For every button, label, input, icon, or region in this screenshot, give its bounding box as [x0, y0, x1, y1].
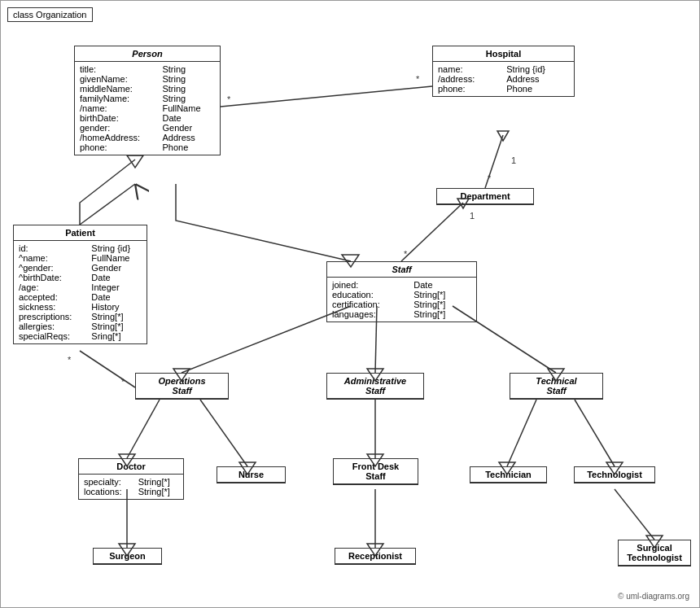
surgeon-header: Surgeon	[94, 549, 161, 564]
svg-line-31	[575, 400, 615, 466]
staff-class: Staff joined:Date education:String[*] ce…	[326, 261, 477, 322]
doctor-body: specialty:String[*] locations:String[*]	[79, 475, 183, 499]
department-class: Department	[436, 188, 534, 205]
technologist-header: Technologist	[575, 467, 654, 483]
nurse-class: Nurse	[217, 466, 286, 483]
svg-line-20	[80, 351, 135, 387]
front-desk-class: Front DeskStaff	[333, 458, 418, 485]
hospital-class: Hospital name:String {id} /address:Addre…	[432, 46, 575, 97]
svg-line-14	[182, 306, 351, 373]
svg-text:*: *	[68, 355, 72, 365]
copyright: © uml-diagrams.org	[618, 592, 689, 601]
ops-staff-header: OperationsStaff	[136, 374, 228, 399]
surgeon-class: Surgeon	[93, 548, 162, 565]
svg-text:*: *	[416, 74, 420, 84]
svg-text:1: 1	[511, 155, 516, 165]
surgical-tech-class: SurgicalTechnologist	[618, 540, 691, 566]
tech-staff-class: TechnicalStaff	[510, 373, 603, 400]
person-header: Person	[75, 46, 220, 62]
hospital-body: name:String {id} /address:Address phone:…	[433, 62, 574, 96]
svg-text:1: 1	[470, 211, 475, 221]
tech-staff-header: TechnicalStaff	[510, 374, 602, 399]
admin-staff-class: AdministrativeStaff	[326, 373, 424, 400]
svg-line-3	[485, 135, 503, 188]
uml-diagram: class Organization Person title:String g…	[0, 0, 700, 608]
doctor-header: Doctor	[79, 459, 183, 475]
svg-line-10	[401, 203, 463, 261]
person-class: Person title:String givenName:String mid…	[74, 46, 221, 155]
svg-text:*: *	[488, 173, 492, 183]
department-header: Department	[437, 189, 533, 204]
svg-marker-1	[127, 155, 143, 168]
front-desk-header: Front DeskStaff	[334, 459, 418, 484]
svg-text:*: *	[121, 377, 125, 387]
technician-class: Technician	[470, 466, 547, 483]
technologist-class: Technologist	[574, 466, 655, 483]
technician-header: Technician	[470, 467, 546, 483]
patient-body: id:String {id} ^name:FullName ^gender:Ge…	[14, 241, 147, 343]
svg-text:*: *	[227, 94, 231, 104]
nurse-header: Nurse	[217, 467, 285, 483]
surgical-tech-header: SurgicalTechnologist	[619, 540, 690, 566]
svg-line-7	[221, 86, 432, 107]
person-body: title:String givenName:String middleName…	[75, 62, 220, 155]
staff-header: Staff	[327, 262, 476, 278]
admin-staff-header: AdministrativeStaff	[327, 374, 423, 399]
svg-line-23	[127, 400, 160, 458]
patient-header: Patient	[14, 225, 147, 241]
doctor-class: Doctor specialty:String[*] locations:Str…	[78, 458, 184, 500]
receptionist-header: Receptionist	[335, 549, 415, 564]
diagram-title: class Organization	[7, 7, 93, 22]
svg-text:*: *	[404, 249, 408, 259]
svg-line-0	[80, 184, 135, 225]
receptionist-class: Receptionist	[335, 548, 416, 565]
staff-body: joined:Date education:String[*] certific…	[327, 278, 476, 321]
patient-class: Patient id:String {id} ^name:FullName ^g…	[13, 225, 147, 344]
svg-line-25	[200, 400, 247, 466]
hospital-header: Hospital	[433, 46, 574, 62]
ops-staff-class: OperationsStaff	[135, 373, 229, 400]
svg-line-37	[615, 489, 654, 540]
svg-line-29	[507, 400, 536, 466]
svg-marker-4	[497, 131, 509, 141]
